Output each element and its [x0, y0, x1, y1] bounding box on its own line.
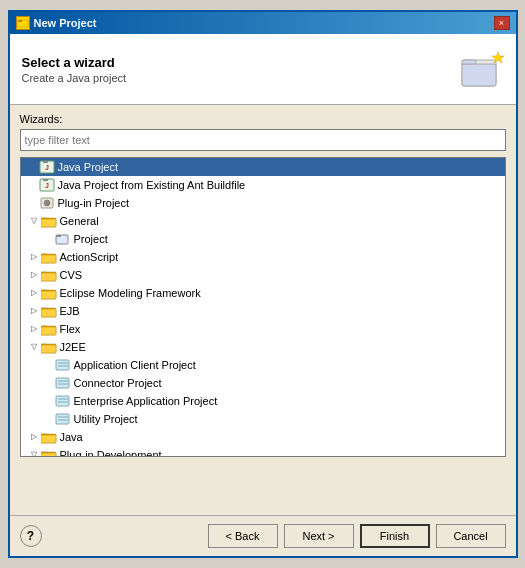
java-ant-icon: J [39, 177, 55, 193]
plugin-dev-label: Plug-in Development [60, 449, 162, 457]
general-label: General [60, 215, 99, 227]
emf-label: Eclipse Modeling Framework [60, 287, 201, 299]
app-client-icon [55, 357, 71, 373]
plugin-project-icon [39, 195, 55, 211]
tree-item-actionscript[interactable]: ▷ ActionScript [21, 248, 505, 266]
enterprise-icon [55, 393, 71, 409]
footer-buttons: < Back Next > Finish Cancel [208, 524, 506, 548]
close-button[interactable]: × [494, 16, 510, 30]
svg-rect-51 [41, 435, 56, 443]
tree-item-plugin-dev[interactable]: ▽ Plug-in Development [21, 446, 505, 457]
tree-item-project[interactable]: Project [21, 230, 505, 248]
header-icon [454, 44, 504, 94]
title-bar-left: New Project [16, 16, 97, 30]
connector-icon [55, 375, 71, 391]
svg-rect-30 [41, 309, 56, 317]
svg-rect-16 [41, 219, 56, 227]
header-text: Select a wizard Create a Java project [22, 55, 127, 84]
svg-rect-33 [41, 327, 56, 335]
enterprise-label: Enterprise Application Project [74, 395, 218, 407]
svg-text:J: J [45, 182, 49, 189]
svg-rect-11 [43, 179, 48, 181]
tree-item-app-client[interactable]: Application Client Project [21, 356, 505, 374]
j2ee-icon [41, 339, 57, 355]
svg-rect-24 [41, 273, 56, 281]
svg-rect-43 [56, 396, 69, 406]
back-button[interactable]: < Back [208, 524, 278, 548]
tree-item-utility[interactable]: Utility Project [21, 410, 505, 428]
java-project-label: Java Project [58, 161, 119, 173]
title-bar: New Project × [10, 12, 516, 34]
actionscript-label: ActionScript [60, 251, 119, 263]
flex-icon [41, 321, 57, 337]
new-project-dialog: New Project × Select a wizard Create a J… [8, 10, 518, 558]
header-heading: Select a wizard [22, 55, 127, 70]
j2ee-label: J2EE [60, 341, 86, 353]
general-icon [41, 213, 57, 229]
help-button[interactable]: ? [20, 525, 42, 547]
filter-input[interactable] [20, 129, 506, 151]
cvs-icon [41, 267, 57, 283]
emf-icon [41, 285, 57, 301]
footer-section: ? < Back Next > Finish Cancel [10, 515, 516, 556]
wizards-label: Wizards: [20, 113, 506, 125]
svg-rect-36 [41, 345, 56, 353]
plugin-dev-icon [41, 447, 57, 457]
footer-left: ? [20, 525, 42, 547]
header-subtext: Create a Java project [22, 72, 127, 84]
tree-item-plugin-project[interactable]: Plug-in Project [21, 194, 505, 212]
next-button[interactable]: Next > [284, 524, 354, 548]
dialog-title: New Project [34, 17, 97, 29]
svg-rect-8 [43, 161, 48, 163]
tree-item-java-ant[interactable]: J Java Project from Existing Ant Buildfi… [21, 176, 505, 194]
utility-label: Utility Project [74, 413, 138, 425]
svg-rect-40 [56, 378, 69, 388]
svg-rect-46 [56, 414, 69, 424]
tree-item-cvs[interactable]: ▷ CVS [21, 266, 505, 284]
svg-rect-3 [462, 64, 496, 86]
svg-rect-1 [18, 20, 22, 22]
tree-container[interactable]: J Java Project J Java Project from Exist… [20, 157, 506, 457]
app-client-label: Application Client Project [74, 359, 196, 371]
java-project-icon: J [39, 159, 55, 175]
flex-label: Flex [60, 323, 81, 335]
project-label: Project [74, 233, 108, 245]
cvs-label: CVS [60, 269, 83, 281]
tree-item-flex[interactable]: ▷ Flex [21, 320, 505, 338]
tree-item-ejb[interactable]: ▷ EJB [21, 302, 505, 320]
plugin-project-label: Plug-in Project [58, 197, 130, 209]
svg-rect-37 [56, 360, 69, 370]
svg-rect-54 [41, 453, 56, 457]
svg-rect-21 [41, 255, 56, 263]
svg-text:J: J [45, 164, 49, 171]
svg-point-13 [44, 200, 50, 206]
dialog-icon [16, 16, 30, 30]
java-folder-label: Java [60, 431, 83, 443]
connector-label: Connector Project [74, 377, 162, 389]
project-icon [55, 231, 71, 247]
tree-item-emf[interactable]: ▷ Eclipse Modeling Framework [21, 284, 505, 302]
dialog-body: Select a wizard Create a Java project Wi… [10, 34, 516, 556]
svg-rect-18 [56, 235, 61, 237]
header-section: Select a wizard Create a Java project [10, 34, 516, 105]
tree-item-j2ee[interactable]: ▽ J2EE [21, 338, 505, 356]
utility-icon [55, 411, 71, 427]
ejb-label: EJB [60, 305, 80, 317]
svg-rect-27 [41, 291, 56, 299]
ejb-icon [41, 303, 57, 319]
actionscript-icon [41, 249, 57, 265]
tree-item-enterprise[interactable]: Enterprise Application Project [21, 392, 505, 410]
java-ant-label: Java Project from Existing Ant Buildfile [58, 179, 246, 191]
cancel-button[interactable]: Cancel [436, 524, 506, 548]
tree-item-java-project[interactable]: J Java Project [21, 158, 505, 176]
finish-button[interactable]: Finish [360, 524, 430, 548]
java-folder-icon [41, 429, 57, 445]
content-section: Wizards: J Java Project J Java Project f… [10, 105, 516, 515]
svg-rect-4 [462, 60, 476, 64]
tree-item-connector[interactable]: Connector Project [21, 374, 505, 392]
tree-item-java-folder[interactable]: ▷ Java [21, 428, 505, 446]
tree-item-general[interactable]: ▽ General [21, 212, 505, 230]
